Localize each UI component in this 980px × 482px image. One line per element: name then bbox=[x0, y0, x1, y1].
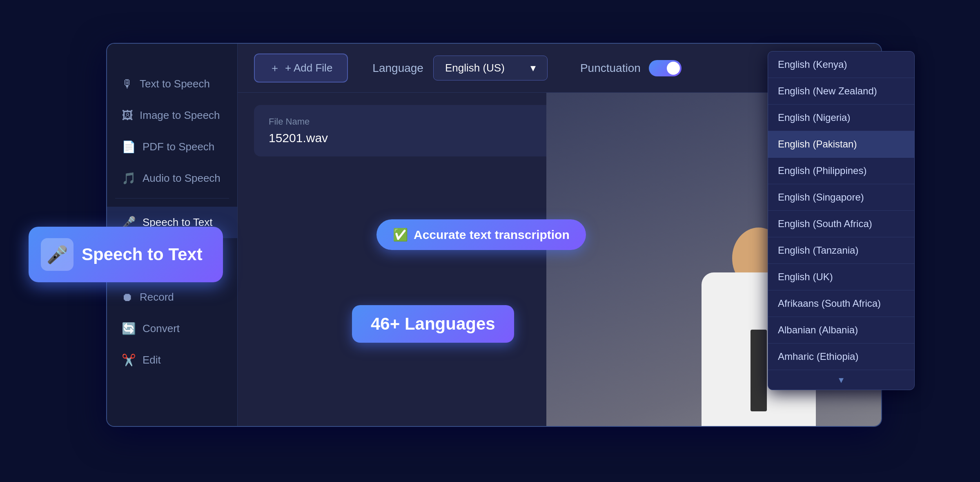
sidebar-label-record: Record bbox=[140, 291, 174, 303]
punctuation-label: Punctuation bbox=[580, 62, 641, 75]
language-label: Language bbox=[372, 62, 423, 75]
languages-suffix: Languages bbox=[400, 314, 495, 333]
language-option-en-gb[interactable]: English (UK) bbox=[768, 264, 914, 290]
language-option-sq-al[interactable]: Albanian (Albania) bbox=[768, 317, 914, 344]
language-option-en-nz[interactable]: English (New Zealand) bbox=[768, 78, 914, 105]
language-option-am-et[interactable]: Amharic (Ethiopia) bbox=[768, 344, 914, 370]
check-circle-icon: ✅ bbox=[393, 228, 408, 242]
card-microphone-icon: 🎤 bbox=[41, 238, 74, 271]
microphone-icon: 🎙 bbox=[122, 77, 133, 91]
add-file-button[interactable]: ＋ + Add File bbox=[254, 54, 348, 83]
sidebar-item-pdf-to-speech[interactable]: 📄 PDF to Speech bbox=[107, 131, 237, 163]
language-option-en-sg[interactable]: English (Singapore) bbox=[768, 184, 914, 211]
languages-count: 46+ bbox=[371, 314, 400, 333]
add-file-label: + Add File bbox=[285, 62, 332, 74]
edit-icon: ✂️ bbox=[122, 353, 136, 367]
file-name-section: File Name 15201.wav bbox=[269, 116, 328, 145]
sidebar-item-audio-to-speech[interactable]: 🎵 Audio to Speech bbox=[107, 163, 237, 194]
speech-to-text-card-label: Speech to Text bbox=[82, 245, 203, 264]
languages-badge: 46+ Languages bbox=[352, 305, 514, 343]
language-option-en-ph[interactable]: English (Philippines) bbox=[768, 158, 914, 184]
accurate-text-label: Accurate text transcription bbox=[414, 228, 570, 242]
sidebar-item-record[interactable]: ⏺ Record bbox=[107, 281, 237, 313]
accurate-text-badge: ✅ Accurate text transcription bbox=[376, 219, 586, 250]
sidebar-label-pdf-to-speech: PDF to Speech bbox=[143, 141, 214, 153]
language-option-en-ke[interactable]: English (Kenya) bbox=[768, 51, 914, 78]
plus-icon: ＋ bbox=[270, 61, 280, 75]
language-option-en-tz[interactable]: English (Tanzania) bbox=[768, 237, 914, 264]
record-icon: ⏺ bbox=[122, 290, 133, 304]
language-option-en-za[interactable]: English (South Africa) bbox=[768, 211, 914, 237]
scroll-down-icon[interactable]: ▾ bbox=[768, 370, 914, 390]
sidebar-label-convert: Convert bbox=[143, 322, 180, 335]
sidebar-divider bbox=[115, 198, 229, 199]
language-option-en-pk[interactable]: English (Pakistan) bbox=[768, 131, 914, 158]
language-dropdown[interactable]: English (US) ▾ bbox=[433, 56, 548, 80]
sidebar-label-audio-to-speech: Audio to Speech bbox=[143, 172, 220, 185]
punctuation-section: Punctuation bbox=[580, 60, 682, 76]
punctuation-toggle[interactable] bbox=[649, 60, 682, 76]
sidebar-item-image-to-speech[interactable]: 🖼 Image to Speech bbox=[107, 100, 237, 131]
sidebar-item-convert[interactable]: 🔄 Convert bbox=[107, 313, 237, 344]
chevron-down-icon: ▾ bbox=[530, 62, 536, 74]
convert-icon: 🔄 bbox=[122, 322, 136, 335]
language-popup: English (Kenya) English (New Zealand) En… bbox=[768, 51, 915, 390]
speech-to-text-floating-card: 🎤 Speech to Text bbox=[29, 227, 223, 282]
man-tie bbox=[751, 330, 767, 411]
file-name-value: 15201.wav bbox=[269, 131, 328, 145]
scene: 🎙 Text to Speech 🖼 Image to Speech 📄 PDF… bbox=[41, 27, 939, 455]
sidebar-label-edit: Edit bbox=[143, 354, 161, 366]
language-value: English (US) bbox=[445, 62, 505, 74]
sidebar-item-text-to-speech[interactable]: 🎙 Text to Speech bbox=[107, 68, 237, 100]
pdf-icon: 📄 bbox=[122, 140, 136, 154]
sidebar-label-text-to-speech: Text to Speech bbox=[140, 78, 210, 90]
sidebar-item-edit[interactable]: ✂️ Edit bbox=[107, 344, 237, 376]
language-option-en-ng[interactable]: English (Nigeria) bbox=[768, 105, 914, 131]
sidebar-label-image-to-speech: Image to Speech bbox=[140, 109, 220, 122]
audio-icon: 🎵 bbox=[122, 172, 136, 185]
language-section: Language English (US) ▾ bbox=[372, 56, 548, 80]
file-name-label: File Name bbox=[269, 116, 328, 127]
language-option-af-za[interactable]: Afrikaans (South Africa) bbox=[768, 290, 914, 317]
image-icon: 🖼 bbox=[122, 109, 133, 122]
